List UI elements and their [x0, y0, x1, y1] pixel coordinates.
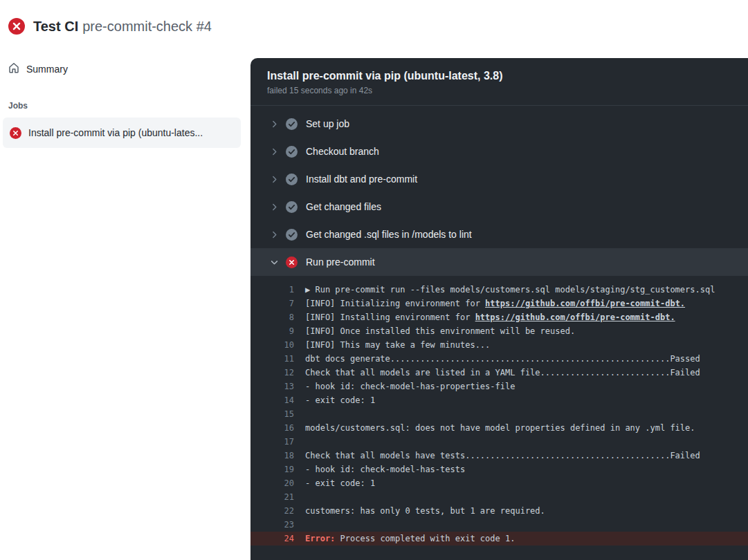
x-circle-icon: [286, 256, 298, 268]
log-line: 12Check that all models are listed in a …: [250, 366, 748, 380]
log-line-number[interactable]: 24: [250, 532, 294, 545]
log-line-number[interactable]: 13: [250, 380, 294, 393]
log-line: 19- hook id: check-model-has-tests: [250, 463, 748, 476]
chevron-down-icon: [270, 257, 280, 267]
log-link[interactable]: https://github.com/offbi/pre-commit-dbt.: [475, 312, 675, 322]
check-circle-icon: [286, 146, 298, 158]
log-line: 10[INFO] This may take a few minutes...: [250, 338, 748, 352]
run-header: Test CIpre-commit-check #4: [8, 18, 212, 35]
log-segment: Check that all models have tests........…: [305, 451, 700, 460]
log-segment: - exit code: 1: [305, 478, 375, 488]
log-line-text: dbt docs generate.......................…: [305, 352, 700, 366]
step-label: Get changed .sql files in /models to lin…: [306, 229, 472, 240]
log-line: 15: [250, 407, 748, 421]
sidebar-item-summary[interactable]: Summary: [0, 58, 245, 80]
step-row-install-dbt-and-pre-commit[interactable]: Install dbt and pre-commit: [250, 165, 748, 193]
step-label: Checkout branch: [306, 146, 379, 157]
log-line: 11dbt docs generate.....................…: [250, 352, 748, 366]
log-line-number[interactable]: 7: [250, 297, 294, 310]
chevron-right-icon: [270, 174, 280, 184]
step-row-checkout-branch[interactable]: Checkout branch: [250, 138, 748, 165]
check-circle-icon: [286, 201, 298, 213]
log-line-text: [INFO] Initializing environment for http…: [305, 297, 685, 310]
log-line-number[interactable]: 11: [250, 352, 294, 366]
log-line-number[interactable]: 15: [250, 407, 294, 421]
log-line: 22customers: has only 0 tests, but 1 are…: [250, 504, 748, 518]
step-label: Set up job: [306, 118, 349, 129]
log-line-text: - hook id: check-model-has-properties-fi…: [305, 380, 515, 393]
log-line: 21: [250, 490, 748, 504]
step-label: Get changed files: [306, 201, 381, 212]
log-link[interactable]: https://github.com/offbi/pre-commit-dbt.: [485, 299, 685, 308]
log-segment: [INFO] Once installed this environment w…: [305, 326, 575, 336]
log-line-text: - hook id: check-model-has-tests: [305, 463, 465, 476]
step-row-set-up-job[interactable]: Set up job: [250, 110, 748, 138]
check-circle-icon: [286, 118, 298, 130]
step-label: Install dbt and pre-commit: [306, 174, 417, 185]
chevron-right-icon: [270, 119, 280, 129]
log-line-number[interactable]: 10: [250, 338, 294, 352]
log-line: 1▶ Run pre-commit run --files models/cus…: [250, 283, 748, 297]
log-segment: [INFO] This may take a few minutes...: [305, 340, 490, 350]
log-line: 7[INFO] Initializing environment for htt…: [250, 297, 748, 310]
run-name: pre-commit-check #4: [82, 19, 212, 34]
log-line-text: [INFO] Once installed this environment w…: [305, 324, 575, 338]
log-segment: ▶ Run pre-commit run --files models/cust…: [305, 285, 715, 295]
log-line-number[interactable]: 20: [250, 476, 294, 490]
log-line-number[interactable]: 21: [250, 490, 294, 504]
sidebar-item-job[interactable]: Install pre-commit via pip (ubuntu-lates…: [3, 118, 241, 148]
log-line: 16models/customers.sql: does not have mo…: [250, 421, 748, 435]
log-line-text: models/customers.sql: does not have mode…: [305, 421, 695, 435]
steps-list: Set up jobCheckout branchInstall dbt and…: [250, 106, 748, 276]
home-icon: [8, 62, 19, 76]
log-segment: - exit code: 1: [305, 395, 375, 405]
x-circle-icon: [10, 127, 21, 139]
log-line: 14- exit code: 1: [250, 393, 748, 407]
log-line-text: Check that all models are listed in a YA…: [305, 366, 700, 380]
log-line-text: Check that all models have tests........…: [305, 449, 700, 463]
log-line-number[interactable]: 8: [250, 310, 294, 324]
log-line-number[interactable]: 17: [250, 435, 294, 449]
log-line-text: ▶ Run pre-commit run --files models/cust…: [305, 283, 715, 297]
chevron-right-icon: [270, 230, 280, 239]
log-segment: dbt docs generate.......................…: [305, 354, 700, 364]
log-line-text: [INFO] This may take a few minutes...: [305, 338, 490, 352]
log-line: 9[INFO] Once installed this environment …: [250, 324, 748, 338]
log-line-text: - exit code: 1: [305, 476, 375, 490]
check-circle-icon: [286, 229, 298, 241]
error-label: Error:: [305, 534, 340, 543]
log-line-number[interactable]: 1: [250, 283, 294, 297]
log-segment: Check that all models are listed in a YA…: [305, 368, 700, 377]
log-line-text: Error: Process completed with exit code …: [305, 532, 515, 545]
job-log-panel: Install pre-commit via pip (ubuntu-lates…: [250, 58, 748, 560]
log-segment: customers: has only 0 tests, but 1 are r…: [305, 506, 545, 516]
log-line-number[interactable]: 22: [250, 504, 294, 518]
sidebar: Summary Jobs Install pre-commit via pip …: [0, 58, 245, 148]
log-line: 17: [250, 435, 748, 449]
step-row-get-changed-sql-files-in-models-to-lint[interactable]: Get changed .sql files in /models to lin…: [250, 221, 748, 248]
log-line-text: customers: has only 0 tests, but 1 are r…: [305, 504, 545, 518]
log-line-text: [INFO] Installing environment for https:…: [305, 310, 675, 324]
log-line-number[interactable]: 9: [250, 324, 294, 338]
job-label: Install pre-commit via pip (ubuntu-lates…: [28, 127, 203, 138]
log-line-number[interactable]: 19: [250, 463, 294, 476]
log-line-number[interactable]: 14: [250, 393, 294, 407]
check-circle-icon: [286, 174, 298, 185]
log-line: 18Check that all models have tests......…: [250, 449, 748, 463]
job-panel-header: Install pre-commit via pip (ubuntu-lates…: [250, 58, 748, 105]
log-segment: models/customers.sql: does not have mode…: [305, 423, 695, 433]
log-line-number[interactable]: 23: [250, 518, 294, 532]
log-line-number[interactable]: 18: [250, 449, 294, 463]
log-line: 23: [250, 518, 748, 532]
log-line-text: - exit code: 1: [305, 393, 375, 407]
log-segment: [INFO] Installing environment for: [305, 312, 475, 322]
step-row-run-pre-commit[interactable]: Run pre-commit: [250, 248, 748, 276]
log-line-number[interactable]: 16: [250, 421, 294, 435]
log-line-number[interactable]: 12: [250, 366, 294, 380]
log-line: 20- exit code: 1: [250, 476, 748, 490]
log-segment: - hook id: check-model-has-properties-fi…: [305, 382, 515, 391]
summary-label: Summary: [26, 64, 68, 75]
log-output: 1▶ Run pre-commit run --files models/cus…: [250, 276, 748, 545]
step-row-get-changed-files[interactable]: Get changed files: [250, 193, 748, 221]
jobs-section-label: Jobs: [8, 101, 237, 111]
